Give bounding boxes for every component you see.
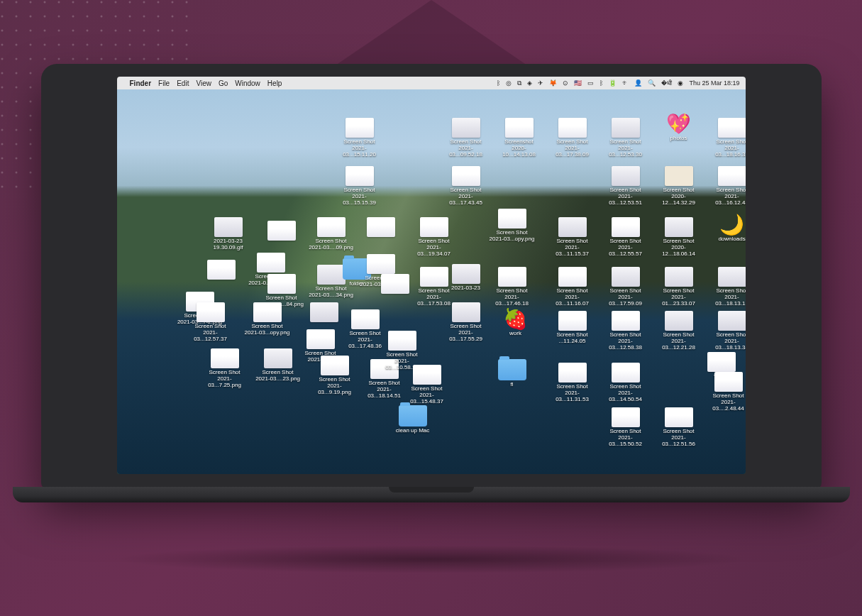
desktop-file[interactable]: Screen Shot2021-03...15.48.37: [404, 365, 450, 405]
screenshot-thumb-icon: [367, 254, 395, 274]
user-icon[interactable]: 👤: [634, 79, 642, 87]
desktop-file[interactable]: Screen Shot2021-03...18.13.13: [709, 267, 746, 307]
folder-icon: [399, 405, 427, 427]
desktop-file[interactable]: Screen Shot2021-03...12.53.51: [603, 166, 648, 206]
desktop-file[interactable]: Screen Shot2021-03...17.43.45: [443, 166, 489, 206]
display-icon[interactable]: ▭: [587, 79, 594, 87]
file-label: Screen Shot2021-03...12.57.37: [188, 324, 233, 342]
desktop-file[interactable]: Screen Shot2021-01...23.33.07: [656, 267, 702, 307]
desktop-file[interactable]: Screen Shot2021-03...18.16.35: [709, 118, 746, 158]
desktop-file[interactable]: [302, 302, 347, 324]
menubar-left: Finder File Edit View Go Window Help: [123, 79, 282, 87]
desktop-file[interactable]: Screen Shot2020-12...14.32.29: [656, 166, 702, 206]
bluetooth-icon[interactable]: ᛒ: [497, 79, 500, 87]
desktop-file[interactable]: Screen Shot2021-03...12.58.38: [603, 311, 648, 351]
file-label: Screen Shot2021-03...11.16.07: [550, 288, 595, 307]
menubar-item-edit[interactable]: Edit: [177, 79, 189, 87]
menubar-item-help[interactable]: Help: [267, 79, 282, 87]
screenshot-thumb-icon: [558, 118, 587, 138]
desktop-file[interactable]: Screen Shot2021-03...15.11.20: [337, 118, 382, 158]
desktop-file[interactable]: Screen Shot2021-03...17.46.18: [490, 267, 535, 307]
screenshot-thumb-icon: [714, 372, 743, 392]
menu-extra-icon[interactable]: ◎: [506, 79, 512, 87]
desktop-folder[interactable]: fl: [490, 359, 535, 388]
menu-extra-icon[interactable]: ⧉: [517, 79, 521, 87]
desktop-file[interactable]: 2021-03-2319.30.09.gif: [206, 217, 251, 251]
file-label: Screen Shot2021-03...17.43.45: [443, 187, 489, 206]
desktop-file[interactable]: Screen Shot2021-03...18.13.34: [709, 311, 746, 351]
menubar-item-window[interactable]: Window: [235, 79, 260, 87]
desktop-file[interactable]: Screen Shot2021-03...17.55.29: [443, 302, 489, 342]
desktop-file[interactable]: Screen Shot2021-03...17.38.09: [550, 118, 595, 158]
desktop-file[interactable]: Screen Shot2021-03...09.52.18: [443, 118, 489, 158]
screenshot-thumb-icon: [452, 264, 480, 284]
desktop-file[interactable]: Screen Shot2021-03...opy.png: [245, 302, 290, 336]
screenshot-thumb-icon: [197, 302, 225, 322]
desktop-file[interactable]: Screen Shot2021-03...12.57.37: [188, 302, 233, 342]
desktop-file[interactable]: Screen Shot2021-03...12.55.57: [603, 217, 648, 257]
desktop-file[interactable]: Screen Shot2021-03...11.16.07: [550, 267, 595, 307]
desktop-folder[interactable]: clean up Mac: [390, 405, 436, 434]
desktop-file[interactable]: Screen Shot2021-03...11.15.37: [550, 217, 595, 257]
desktop-file[interactable]: 🌙downloads: [709, 214, 746, 243]
desktop-file[interactable]: Screen Shot2021-03...12.21.28: [656, 311, 702, 351]
battery-icon[interactable]: 🔋: [609, 79, 617, 87]
file-label: Screen Shot2021-03...12.53.30: [603, 139, 648, 158]
flag-icon[interactable]: 🇺🇸: [574, 79, 582, 87]
file-label: Screenshot2020-10...14.13.08: [497, 139, 542, 158]
screenshot-thumb-icon: [253, 302, 282, 322]
laptop-shadow: [112, 545, 751, 573]
screenshot-thumb-icon: [420, 217, 448, 237]
control-icon[interactable]: ⊙: [563, 79, 568, 87]
desktop-file[interactable]: Screen Shot2021-03...15.50.52: [603, 407, 648, 447]
wifi-icon[interactable]: ᯤ: [622, 79, 629, 87]
screenshot-thumb-icon: [452, 302, 480, 322]
screenshot-thumb-icon: [718, 267, 746, 287]
menubar-item-go[interactable]: Go: [219, 79, 228, 87]
desktop-file[interactable]: [358, 217, 404, 238]
desktop-file[interactable]: Screen Shot2021-03...12.53.30: [603, 118, 648, 158]
screenshot-thumb-icon: [665, 217, 693, 237]
desktop-file[interactable]: Screen Shot2021-03...12.51.56: [656, 407, 702, 447]
desktop-file[interactable]: Screen Shot2021-03...11.31.53: [550, 363, 595, 402]
desktop-file[interactable]: Screen Shot2021-03...15.15.39: [337, 166, 382, 206]
desktop-file[interactable]: Screen Shot2021-03...9.19.png: [312, 356, 358, 395]
desktop-file[interactable]: 2021-03-23: [443, 264, 489, 292]
desktop-file[interactable]: Screen Shot2021-03....23.png: [255, 348, 301, 383]
desktop-file[interactable]: Screen Shot2020-12...18.06.14: [656, 217, 702, 257]
desktop-file[interactable]: Screen Shot2021-03...14.50.54: [603, 363, 648, 402]
control-center-icon[interactable]: �धी: [661, 79, 672, 87]
desktop-file[interactable]: Screenshot2020-10...14.13.08: [497, 118, 542, 158]
desktop-file[interactable]: 💖photos: [656, 113, 702, 142]
desktop-file[interactable]: Screen Shot2021-03...17.59.09: [603, 267, 648, 307]
desktop-file[interactable]: Screen Shot2021-03...16.12.48: [709, 166, 746, 206]
emoji-folder-icon: 💖: [665, 113, 693, 134]
desktop-file[interactable]: Screen Shot...11.24.05: [550, 311, 595, 345]
menubar-item-view[interactable]: View: [196, 79, 211, 87]
desktop-file[interactable]: 🍓work: [493, 308, 538, 337]
messenger-icon[interactable]: ◈: [527, 79, 532, 87]
menubar-app-name[interactable]: Finder: [130, 79, 152, 87]
desktop-icon-grid: Screen Shot2021-03...15.11.20Screen Shot…: [117, 89, 746, 474]
desktop-file[interactable]: Screen Shot2021-03....09.png: [309, 217, 354, 251]
menubar-item-file[interactable]: File: [158, 79, 170, 87]
menubar-clock[interactable]: Thu 25 Mar 18:19: [689, 79, 739, 87]
telegram-icon[interactable]: ✈: [538, 79, 543, 87]
file-label: Screen Shot2020-12...14.32.29: [656, 187, 702, 206]
desktop-file[interactable]: Screen Shot2021-03...7.25.png: [202, 348, 248, 388]
file-label: work: [509, 331, 521, 337]
screenshot-thumb-icon: [267, 274, 296, 294]
siri-icon[interactable]: ◉: [678, 79, 683, 87]
screenshot-thumb-icon: [413, 365, 441, 385]
desktop-file[interactable]: Screen Shot2021-03....2.48.44: [706, 372, 746, 412]
bluetooth-icon[interactable]: ᛒ: [599, 79, 603, 87]
firefox-icon[interactable]: 🦊: [549, 79, 557, 87]
search-icon[interactable]: 🔍: [648, 79, 656, 87]
desktop-wallpaper[interactable]: Screen Shot2021-03...15.11.20Screen Shot…: [117, 89, 746, 474]
screenshot-thumb-icon: [257, 253, 285, 273]
desktop-file[interactable]: [259, 221, 304, 242]
desktop-file[interactable]: [199, 260, 244, 281]
desktop-file[interactable]: Screen Shot2021-03...opy.png: [490, 209, 535, 243]
screenshot-thumb-icon: [665, 267, 693, 287]
desktop-file[interactable]: Screen Shot2021-03...19.34.07: [411, 217, 457, 257]
